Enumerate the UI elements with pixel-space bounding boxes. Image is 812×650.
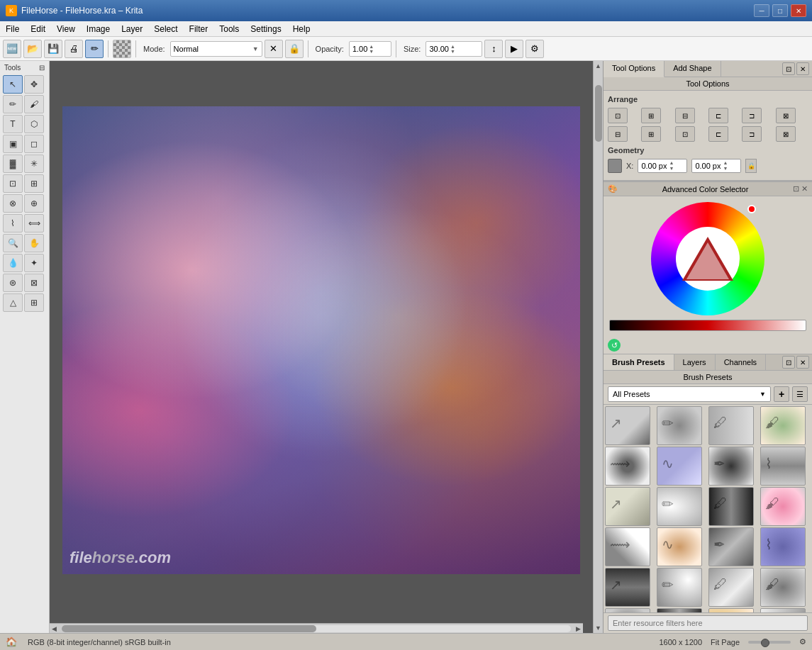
align-bottom2-button[interactable]: ⊐ — [742, 126, 762, 142]
align-top2-button[interactable]: ⊏ — [708, 126, 728, 142]
align-fill-button[interactable]: ⊠ — [776, 108, 796, 123]
tool-zoom[interactable]: 🔍 — [3, 234, 23, 252]
close-button[interactable]: ✕ — [791, 4, 806, 17]
brush-item[interactable]: 🖌 — [760, 406, 806, 445]
tool-paint[interactable]: 🖌 — [24, 95, 44, 113]
brush-item[interactable]: ✏ — [657, 568, 702, 607]
brush-item[interactable]: ↗ — [605, 568, 650, 607]
menu-help[interactable]: Help — [287, 21, 316, 36]
size-up[interactable]: ▲ — [450, 44, 455, 49]
x-input[interactable]: 0.00 px ▲ ▼ — [638, 159, 687, 173]
tool-eyedrop[interactable]: 💧 — [3, 254, 23, 272]
menu-view[interactable]: View — [51, 21, 81, 36]
fit-page-slider[interactable] — [748, 641, 791, 644]
color-wheel[interactable] — [651, 202, 764, 315]
tool-contiguous-sel[interactable]: ⊗ — [3, 194, 23, 213]
brush-item[interactable]: ↗ — [605, 487, 650, 526]
tool-path-sel[interactable]: ⌇ — [3, 214, 23, 232]
brush-tool-button[interactable]: ✏ — [85, 40, 104, 58]
preset-menu-button[interactable]: ☰ — [792, 386, 808, 402]
color-bar[interactable] — [609, 320, 806, 331]
vscroll-down-arrow[interactable]: ▼ — [594, 623, 603, 633]
tab-brush-presets[interactable]: Brush Presets — [604, 354, 674, 370]
tool-move[interactable]: ✥ — [24, 75, 44, 94]
tab-layers[interactable]: Layers — [674, 354, 716, 370]
hscroll-thumb[interactable] — [62, 625, 316, 632]
align-right2-button[interactable]: ⊐ — [742, 108, 762, 123]
menu-image[interactable]: Image — [81, 21, 116, 36]
tab-add-shape[interactable]: Add Shape — [664, 61, 721, 77]
size-spinbox[interactable]: 30.00 ▲ ▼ — [426, 41, 482, 57]
color-indicator-dot[interactable] — [747, 205, 756, 213]
tool-cage[interactable]: ⊠ — [24, 274, 44, 292]
brush-item[interactable]: ✒ — [708, 527, 754, 566]
tool-transform[interactable]: ⊞ — [24, 174, 44, 193]
tool-similar-sel[interactable]: ⊕ — [24, 194, 44, 213]
refresh-button[interactable]: ↺ — [608, 339, 621, 352]
vscroll-thumb[interactable] — [595, 85, 602, 142]
float-button[interactable]: ⊡ — [782, 62, 795, 75]
brush-item[interactable]: 🖌 — [760, 568, 806, 607]
hscroll-right-arrow[interactable]: ▶ — [574, 625, 583, 632]
brush-item[interactable]: ✒ — [708, 608, 754, 612]
canvas-image[interactable]: filehorse.com — [62, 106, 580, 574]
mirror-h-button[interactable]: ↕ — [484, 40, 503, 58]
y-input[interactable]: 0.00 px ▲ ▼ — [691, 159, 741, 173]
brush-item[interactable]: ⌇ — [760, 527, 806, 566]
settings-icon[interactable]: ⚙ — [799, 637, 806, 646]
print-button[interactable]: 🖨 — [65, 40, 83, 58]
brush-panel-close[interactable]: ✕ — [796, 356, 809, 369]
x-down[interactable]: ▼ — [669, 166, 674, 172]
menu-tools[interactable]: Tools — [213, 21, 245, 36]
brush-item[interactable]: 🖊 — [708, 568, 754, 607]
open-button[interactable]: 📂 — [23, 40, 42, 58]
brush-item[interactable]: 🖊 — [708, 406, 754, 445]
brush-item[interactable]: ⟿ — [605, 608, 650, 612]
tab-channels[interactable]: Channels — [716, 354, 766, 370]
brush-item[interactable]: ⟿ — [605, 447, 650, 486]
brush-item[interactable]: 🖊 — [708, 487, 754, 526]
menu-select[interactable]: Select — [148, 21, 183, 36]
maximize-button[interactable]: □ — [772, 4, 788, 17]
y-up[interactable]: ▲ — [723, 160, 728, 166]
tool-shape[interactable]: ⬡ — [24, 115, 44, 133]
color-panel-close[interactable]: ✕ — [801, 184, 808, 194]
tool-text[interactable]: T — [3, 115, 23, 133]
canvas-vscrollbar[interactable]: ▲ ▼ — [593, 61, 603, 633]
align-right-button[interactable]: ⊟ — [675, 108, 695, 123]
tool-measure[interactable]: ⟺ — [24, 214, 44, 232]
blend-mode-combo[interactable]: Normal ▼ — [170, 41, 262, 57]
menu-file[interactable]: File — [0, 21, 25, 36]
home-icon[interactable]: 🏠 — [6, 637, 17, 647]
y-down[interactable]: ▼ — [723, 166, 728, 172]
toolbox-toggle[interactable]: ⊟ — [39, 64, 45, 72]
tool-crop[interactable]: ⊡ — [3, 174, 23, 193]
brush-item[interactable]: 🖌 — [760, 487, 806, 526]
color-triangle[interactable] — [682, 237, 733, 281]
align-bottom-button[interactable]: ⊡ — [675, 126, 695, 142]
size-down[interactable]: ▼ — [450, 49, 455, 54]
brush-item[interactable]: ∿ — [657, 447, 702, 486]
save-button[interactable]: 💾 — [44, 40, 62, 58]
tool-fill[interactable]: ▣ — [3, 135, 23, 153]
align-left2-button[interactable]: ⊏ — [708, 108, 728, 123]
brush-item[interactable]: ∿ — [657, 527, 702, 566]
tool-pan[interactable]: ✋ — [24, 234, 44, 252]
align-left-button[interactable]: ⊡ — [608, 108, 628, 123]
erase-toggle[interactable]: ✕ — [265, 40, 283, 58]
tool-assistant[interactable]: △ — [3, 293, 23, 312]
tool-smart[interactable]: ✦ — [24, 254, 44, 272]
brush-item[interactable]: ✏ — [657, 406, 702, 445]
aspect-lock-button[interactable]: 🔒 — [745, 159, 757, 173]
brush-item[interactable]: ∿ — [657, 608, 702, 612]
tool-grid[interactable]: ⊞ — [24, 293, 44, 312]
menu-filter[interactable]: Filter — [184, 21, 214, 36]
hscroll-track[interactable] — [62, 625, 571, 632]
geo-lock-icon[interactable] — [608, 159, 622, 173]
brush-item[interactable]: ⌇ — [760, 447, 806, 486]
hscroll-left-arrow[interactable]: ◀ — [50, 625, 59, 632]
align-top-button[interactable]: ⊟ — [608, 126, 628, 142]
color-panel-float[interactable]: ⊡ — [793, 184, 799, 194]
brush-item[interactable]: ↗ — [605, 406, 650, 445]
x-up[interactable]: ▲ — [669, 160, 674, 166]
